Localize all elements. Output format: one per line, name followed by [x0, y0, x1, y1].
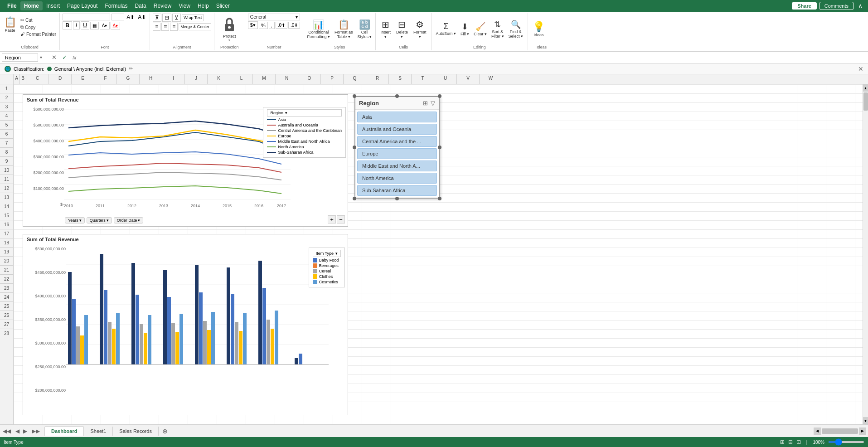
col-header-T[interactable]: T: [412, 74, 434, 84]
slicer-item-subsaharan[interactable]: Sub-Saharan Africa: [357, 185, 437, 196]
col-header-M[interactable]: M: [253, 74, 276, 84]
cell-styles-button[interactable]: 🔡 CellStyles ▾: [355, 18, 373, 40]
col-header-P[interactable]: P: [321, 74, 344, 84]
slicer-resize-bc[interactable]: [395, 197, 399, 200]
col-header-L[interactable]: L: [230, 74, 253, 84]
row-header-8[interactable]: 8: [0, 148, 13, 157]
col-header-I[interactable]: I: [162, 74, 185, 84]
align-center-button[interactable]: ≡: [161, 23, 169, 31]
slicer-multiselect-icon[interactable]: ⊞: [423, 100, 428, 107]
row-header-18[interactable]: 18: [0, 238, 13, 248]
row-header-17[interactable]: 17: [0, 229, 13, 238]
col-header-D[interactable]: D: [49, 74, 72, 84]
add-sheet-button[interactable]: ⊕: [159, 426, 171, 437]
font-name-input[interactable]: [63, 14, 110, 20]
sales-records-tab[interactable]: Sales Records: [113, 427, 159, 436]
classification-close-button[interactable]: ✕: [858, 65, 863, 73]
slicer-item-australia[interactable]: Australia and Oceania: [357, 124, 437, 135]
col-header-K[interactable]: K: [208, 74, 230, 84]
slicer-item-north-america[interactable]: North America: [357, 173, 437, 184]
dashboard-tab[interactable]: Dashboard: [44, 426, 84, 436]
format-as-table-button[interactable]: 📋 Format asTable ▾: [333, 18, 355, 40]
increase-font-button[interactable]: A⬆: [126, 14, 136, 20]
copy-button[interactable]: ⧉ Copy: [19, 24, 58, 30]
help-menu[interactable]: Help: [194, 1, 213, 10]
insert-button[interactable]: ⊞ Insert▾: [378, 18, 393, 40]
col-header-S[interactable]: S: [389, 74, 412, 84]
row-header-24[interactable]: 24: [0, 293, 13, 302]
col-header-C[interactable]: C: [26, 74, 49, 84]
col-header-F[interactable]: F: [94, 74, 117, 84]
row-header-19[interactable]: 19: [0, 248, 13, 257]
slicer-item-europe[interactable]: Europe: [357, 148, 437, 159]
row-header-22[interactable]: 22: [0, 275, 13, 284]
row-header-14[interactable]: 14: [0, 202, 13, 211]
format-button[interactable]: ⚙ Format▾: [412, 18, 428, 40]
font-size-input[interactable]: [112, 14, 124, 20]
font-color-button[interactable]: A▾: [111, 22, 121, 29]
slicer-resize-tc[interactable]: [395, 94, 399, 98]
col-header-E[interactable]: E: [72, 74, 94, 84]
col-header-N[interactable]: N: [276, 74, 298, 84]
row-header-23[interactable]: 23: [0, 284, 13, 293]
zoom-slider[interactable]: [828, 441, 864, 443]
row-header-21[interactable]: 21: [0, 266, 13, 275]
decrease-font-button[interactable]: A⬇: [137, 14, 147, 20]
protect-button[interactable]: Protect ▾: [220, 14, 238, 44]
align-top-button[interactable]: ⊼: [153, 14, 161, 22]
ideas-button[interactable]: 💡 Ideas: [531, 20, 547, 38]
delete-button[interactable]: ⊟ Delete▾: [394, 18, 410, 40]
format-painter-button[interactable]: 🖌 Format Painter: [19, 31, 58, 37]
col-header-G[interactable]: G: [117, 74, 140, 84]
bar-chart-container[interactable]: Sum of Total Revenue $500,000,000.00 $45…: [23, 234, 348, 415]
years-control[interactable]: Years▾: [65, 217, 85, 224]
row-header-13[interactable]: 13: [0, 193, 13, 202]
line-chart-container[interactable]: Sum of Total Revenue: [23, 94, 348, 227]
slicer-menu[interactable]: Slicer: [213, 1, 233, 10]
bold-button[interactable]: B: [63, 21, 72, 29]
row-header-15[interactable]: 15: [0, 211, 13, 220]
insert-menu[interactable]: Insert: [43, 1, 63, 10]
vertical-scrollbar[interactable]: ▲ ▼: [863, 84, 868, 424]
name-box-dropdown[interactable]: ▾: [40, 55, 42, 60]
cells-area[interactable]: Sum of Total Revenue: [14, 84, 863, 424]
col-header-B[interactable]: B: [20, 74, 26, 84]
col-header-O[interactable]: O: [298, 74, 321, 84]
percent-button[interactable]: %: [259, 22, 268, 29]
slicer-item-central-america[interactable]: Central America and the ...: [357, 136, 437, 147]
comma-button[interactable]: ,: [269, 22, 275, 29]
sort-filter-button[interactable]: ⇅ Sort &Filter ▾: [490, 19, 506, 39]
scroll-right-button[interactable]: ▶: [859, 428, 866, 435]
increase-decimal-button[interactable]: .0⬆: [276, 22, 287, 29]
number-format-dropdown[interactable]: ▾: [296, 15, 298, 19]
fill-button[interactable]: ⬇ Fill ▾: [459, 21, 471, 37]
cell-reference-input[interactable]: [2, 53, 38, 62]
row-header-10[interactable]: 10: [0, 166, 13, 175]
scroll-h-thumb[interactable]: [822, 428, 858, 434]
insert-function-button[interactable]: fx: [71, 54, 78, 61]
row-header-11[interactable]: 11: [0, 175, 13, 184]
data-menu[interactable]: Data: [131, 1, 150, 10]
col-header-U[interactable]: U: [434, 74, 457, 84]
col-header-R[interactable]: R: [366, 74, 389, 84]
cut-button[interactable]: ✂ Cut: [19, 17, 58, 23]
slicer-item-asia[interactable]: Asia: [357, 112, 437, 122]
row-header-4[interactable]: 4: [0, 112, 13, 121]
row-header-7[interactable]: 7: [0, 139, 13, 148]
zoom-plus-button[interactable]: +: [328, 215, 336, 224]
layout-normal-button[interactable]: ⊞: [780, 439, 785, 445]
layout-preview-button[interactable]: ⊡: [796, 439, 801, 445]
border-button[interactable]: ▦: [90, 22, 99, 29]
share-button[interactable]: Share: [792, 2, 817, 10]
underline-button[interactable]: U: [81, 21, 89, 29]
clear-button[interactable]: 🧹 Clear ▾: [472, 21, 489, 37]
col-header-V[interactable]: V: [457, 74, 480, 84]
scroll-left-button[interactable]: ◀: [814, 428, 821, 435]
view-menu[interactable]: View: [175, 1, 194, 10]
align-right-button[interactable]: ≡: [170, 23, 178, 31]
formula-input[interactable]: [80, 54, 866, 61]
row-header-1[interactable]: 1: [0, 84, 13, 93]
row-header-26[interactable]: 26: [0, 311, 13, 320]
order-date-control[interactable]: Order Date▾: [114, 217, 144, 224]
col-header-H[interactable]: H: [140, 74, 162, 84]
